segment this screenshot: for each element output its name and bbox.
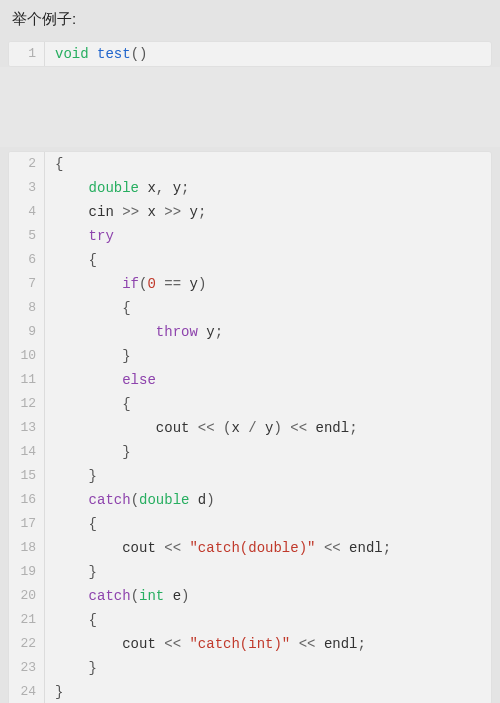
code-content: cout << (x / y) << endl;	[45, 416, 491, 440]
code-block-1: 1void test()	[8, 41, 492, 67]
code-line: 2{	[9, 152, 491, 176]
code-line: 17 {	[9, 512, 491, 536]
line-number: 22	[9, 632, 45, 656]
code-content: else	[45, 368, 491, 392]
code-line: 24}	[9, 680, 491, 703]
code-line: 10 }	[9, 344, 491, 368]
code-content: cout << "catch(double)" << endl;	[45, 536, 491, 560]
code-line: 11 else	[9, 368, 491, 392]
code-line: 4 cin >> x >> y;	[9, 200, 491, 224]
code-content: {	[45, 152, 491, 176]
line-number: 3	[9, 176, 45, 200]
line-number: 10	[9, 344, 45, 368]
block-gap	[0, 67, 500, 147]
line-number: 19	[9, 560, 45, 584]
code-content: {	[45, 392, 491, 416]
code-line: 15 }	[9, 464, 491, 488]
code-line: 19 }	[9, 560, 491, 584]
code-content: cout << "catch(int)" << endl;	[45, 632, 491, 656]
line-number: 13	[9, 416, 45, 440]
line-number: 15	[9, 464, 45, 488]
code-line: 5 try	[9, 224, 491, 248]
code-content: {	[45, 296, 491, 320]
code-line: 8 {	[9, 296, 491, 320]
code-content: catch(int e)	[45, 584, 491, 608]
code-line: 1void test()	[9, 42, 491, 66]
line-number: 21	[9, 608, 45, 632]
line-number: 20	[9, 584, 45, 608]
code-content: }	[45, 440, 491, 464]
code-line: 13 cout << (x / y) << endl;	[9, 416, 491, 440]
code-line: 16 catch(double d)	[9, 488, 491, 512]
line-number: 7	[9, 272, 45, 296]
code-line: 3 double x, y;	[9, 176, 491, 200]
line-number: 6	[9, 248, 45, 272]
line-number: 14	[9, 440, 45, 464]
code-content: }	[45, 680, 491, 703]
line-number: 5	[9, 224, 45, 248]
line-number: 16	[9, 488, 45, 512]
code-content: cin >> x >> y;	[45, 200, 491, 224]
code-content: throw y;	[45, 320, 491, 344]
line-number: 24	[9, 680, 45, 703]
code-content: }	[45, 560, 491, 584]
line-number: 8	[9, 296, 45, 320]
code-line: 9 throw y;	[9, 320, 491, 344]
code-line: 21 {	[9, 608, 491, 632]
code-content: }	[45, 464, 491, 488]
code-block-2: 2{3 double x, y;4 cin >> x >> y;5 try6 {…	[8, 151, 492, 703]
code-content: double x, y;	[45, 176, 491, 200]
code-content: {	[45, 608, 491, 632]
line-number: 4	[9, 200, 45, 224]
code-line: 20 catch(int e)	[9, 584, 491, 608]
line-number: 12	[9, 392, 45, 416]
line-number: 9	[9, 320, 45, 344]
code-content: if(0 == y)	[45, 272, 491, 296]
code-line: 22 cout << "catch(int)" << endl;	[9, 632, 491, 656]
line-number: 2	[9, 152, 45, 176]
code-content: {	[45, 248, 491, 272]
code-line: 12 {	[9, 392, 491, 416]
line-number: 11	[9, 368, 45, 392]
code-line: 14 }	[9, 440, 491, 464]
line-number: 17	[9, 512, 45, 536]
code-content: }	[45, 344, 491, 368]
code-line: 6 {	[9, 248, 491, 272]
code-content: {	[45, 512, 491, 536]
section-heading: 举个例子:	[0, 0, 500, 37]
code-content: catch(double d)	[45, 488, 491, 512]
code-line: 7 if(0 == y)	[9, 272, 491, 296]
line-number: 23	[9, 656, 45, 680]
line-number: 1	[9, 42, 45, 66]
line-number: 18	[9, 536, 45, 560]
code-content: try	[45, 224, 491, 248]
code-line: 23 }	[9, 656, 491, 680]
code-content: }	[45, 656, 491, 680]
code-line: 18 cout << "catch(double)" << endl;	[9, 536, 491, 560]
code-content: void test()	[45, 42, 491, 66]
